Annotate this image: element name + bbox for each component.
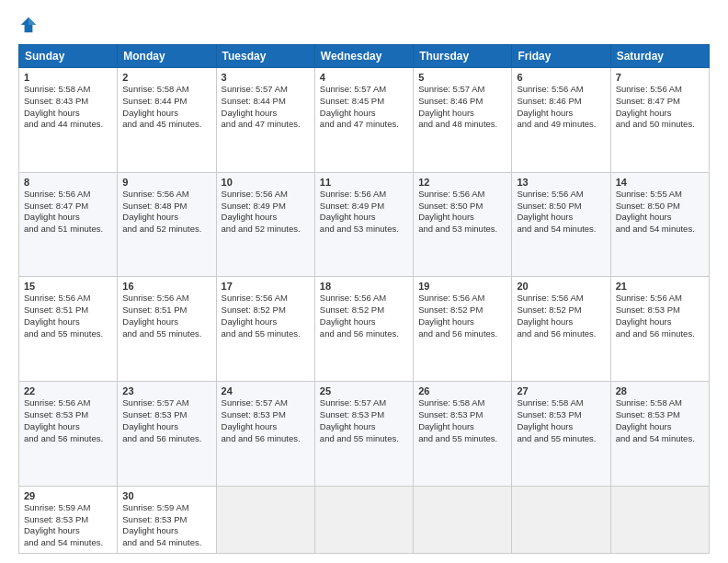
header (18, 15, 710, 35)
day-number: 4 (320, 72, 408, 83)
day-number: 20 (517, 281, 605, 292)
day-number: 16 (122, 281, 210, 292)
day-number: 14 (616, 177, 704, 188)
calendar-cell: 22Sunrise: 5:56 AMSunset: 8:53 PMDayligh… (19, 382, 118, 487)
calendar-cell: 15Sunrise: 5:56 AMSunset: 8:51 PMDayligh… (19, 277, 118, 382)
day-info: Sunrise: 5:59 AMSunset: 8:53 PMDaylight … (24, 502, 112, 549)
calendar-cell: 20Sunrise: 5:56 AMSunset: 8:52 PMDayligh… (512, 277, 610, 382)
day-number: 9 (122, 177, 210, 188)
logo-icon (18, 15, 39, 35)
day-number: 1 (24, 72, 112, 83)
calendar-week-3: 15Sunrise: 5:56 AMSunset: 8:51 PMDayligh… (19, 277, 710, 382)
calendar-cell: 3Sunrise: 5:57 AMSunset: 8:44 PMDaylight… (216, 68, 314, 173)
day-info: Sunrise: 5:56 AMSunset: 8:47 PMDaylight … (24, 189, 112, 236)
calendar-cell (216, 486, 314, 553)
calendar-cell: 23Sunrise: 5:57 AMSunset: 8:53 PMDayligh… (118, 382, 216, 487)
day-number: 22 (24, 385, 112, 396)
calendar-cell: 27Sunrise: 5:58 AMSunset: 8:53 PMDayligh… (512, 382, 610, 487)
day-number: 13 (517, 177, 605, 188)
calendar-cell: 12Sunrise: 5:56 AMSunset: 8:50 PMDayligh… (414, 172, 512, 277)
day-info: Sunrise: 5:56 AMSunset: 8:49 PMDaylight … (320, 189, 408, 236)
calendar-cell: 30Sunrise: 5:59 AMSunset: 8:53 PMDayligh… (118, 486, 216, 553)
day-number: 19 (418, 281, 506, 292)
calendar-cell: 18Sunrise: 5:56 AMSunset: 8:52 PMDayligh… (314, 277, 413, 382)
calendar-cell: 2Sunrise: 5:58 AMSunset: 8:44 PMDaylight… (118, 68, 216, 173)
day-info: Sunrise: 5:56 AMSunset: 8:51 PMDaylight … (122, 293, 210, 339)
day-info: Sunrise: 5:58 AMSunset: 8:53 PMDaylight … (517, 397, 605, 444)
day-info: Sunrise: 5:56 AMSunset: 8:48 PMDaylight … (122, 189, 210, 236)
day-info: Sunrise: 5:57 AMSunset: 8:44 PMDaylight … (222, 84, 310, 131)
day-number: 6 (517, 72, 605, 83)
calendar-cell: 13Sunrise: 5:56 AMSunset: 8:50 PMDayligh… (512, 172, 610, 277)
calendar-cell: 21Sunrise: 5:56 AMSunset: 8:53 PMDayligh… (610, 277, 709, 382)
col-header-sunday: Sunday (19, 45, 118, 68)
calendar-cell: 10Sunrise: 5:56 AMSunset: 8:49 PMDayligh… (216, 172, 314, 277)
col-header-monday: Monday (118, 45, 216, 68)
calendar-header-row: SundayMondayTuesdayWednesdayThursdayFrid… (19, 45, 710, 68)
day-info: Sunrise: 5:57 AMSunset: 8:53 PMDaylight … (222, 397, 310, 444)
day-number: 24 (222, 385, 310, 396)
day-info: Sunrise: 5:58 AMSunset: 8:43 PMDaylight … (24, 84, 112, 131)
calendar-week-5: 29Sunrise: 5:59 AMSunset: 8:53 PMDayligh… (19, 486, 710, 553)
calendar-week-1: 1Sunrise: 5:58 AMSunset: 8:43 PMDaylight… (19, 68, 710, 173)
day-number: 5 (418, 72, 506, 83)
calendar-cell: 5Sunrise: 5:57 AMSunset: 8:46 PMDaylight… (414, 68, 512, 173)
day-number: 18 (320, 281, 408, 292)
day-number: 12 (418, 177, 506, 188)
day-info: Sunrise: 5:56 AMSunset: 8:50 PMDaylight … (418, 189, 506, 236)
day-info: Sunrise: 5:56 AMSunset: 8:50 PMDaylight … (517, 189, 605, 236)
calendar-cell (314, 486, 413, 553)
day-number: 3 (222, 72, 310, 83)
calendar-cell: 19Sunrise: 5:56 AMSunset: 8:52 PMDayligh… (414, 277, 512, 382)
col-header-saturday: Saturday (610, 45, 709, 68)
day-number: 11 (320, 177, 408, 188)
day-number: 30 (122, 490, 210, 501)
day-number: 21 (616, 281, 704, 292)
day-info: Sunrise: 5:57 AMSunset: 8:46 PMDaylight … (418, 84, 506, 131)
day-info: Sunrise: 5:56 AMSunset: 8:47 PMDaylight … (616, 84, 704, 131)
day-info: Sunrise: 5:56 AMSunset: 8:52 PMDaylight … (222, 293, 310, 339)
calendar-cell: 14Sunrise: 5:55 AMSunset: 8:50 PMDayligh… (610, 172, 709, 277)
day-number: 2 (122, 72, 210, 83)
day-number: 7 (616, 72, 704, 83)
col-header-thursday: Thursday (414, 45, 512, 68)
col-header-wednesday: Wednesday (314, 45, 413, 68)
calendar-cell (414, 486, 512, 553)
calendar-cell: 9Sunrise: 5:56 AMSunset: 8:48 PMDaylight… (118, 172, 216, 277)
calendar-table: SundayMondayTuesdayWednesdayThursdayFrid… (18, 44, 710, 554)
calendar-cell: 8Sunrise: 5:56 AMSunset: 8:47 PMDaylight… (19, 172, 118, 277)
day-number: 25 (320, 385, 408, 396)
col-header-friday: Friday (512, 45, 610, 68)
calendar-cell (512, 486, 610, 553)
svg-marker-1 (28, 17, 36, 25)
calendar-cell: 11Sunrise: 5:56 AMSunset: 8:49 PMDayligh… (314, 172, 413, 277)
page: SundayMondayTuesdayWednesdayThursdayFrid… (0, 0, 728, 563)
day-number: 28 (616, 385, 704, 396)
day-number: 29 (24, 490, 112, 501)
logo (18, 15, 42, 35)
day-number: 15 (24, 281, 112, 292)
day-info: Sunrise: 5:56 AMSunset: 8:52 PMDaylight … (320, 293, 408, 339)
calendar-cell: 24Sunrise: 5:57 AMSunset: 8:53 PMDayligh… (216, 382, 314, 487)
calendar-cell: 26Sunrise: 5:58 AMSunset: 8:53 PMDayligh… (414, 382, 512, 487)
day-info: Sunrise: 5:56 AMSunset: 8:51 PMDaylight … (24, 293, 112, 339)
calendar-cell: 4Sunrise: 5:57 AMSunset: 8:45 PMDaylight… (314, 68, 413, 173)
calendar-cell: 16Sunrise: 5:56 AMSunset: 8:51 PMDayligh… (118, 277, 216, 382)
day-info: Sunrise: 5:56 AMSunset: 8:52 PMDaylight … (517, 293, 605, 339)
day-info: Sunrise: 5:57 AMSunset: 8:45 PMDaylight … (320, 84, 408, 131)
day-number: 10 (222, 177, 310, 188)
day-info: Sunrise: 5:56 AMSunset: 8:49 PMDaylight … (222, 189, 310, 236)
calendar-week-4: 22Sunrise: 5:56 AMSunset: 8:53 PMDayligh… (19, 382, 710, 487)
calendar-cell: 7Sunrise: 5:56 AMSunset: 8:47 PMDaylight… (610, 68, 709, 173)
day-info: Sunrise: 5:56 AMSunset: 8:46 PMDaylight … (517, 84, 605, 131)
day-number: 8 (24, 177, 112, 188)
day-info: Sunrise: 5:55 AMSunset: 8:50 PMDaylight … (616, 189, 704, 236)
day-number: 23 (122, 385, 210, 396)
calendar-cell: 25Sunrise: 5:57 AMSunset: 8:53 PMDayligh… (314, 382, 413, 487)
calendar-cell (610, 486, 709, 553)
day-info: Sunrise: 5:58 AMSunset: 8:53 PMDaylight … (418, 397, 506, 444)
day-info: Sunrise: 5:56 AMSunset: 8:53 PMDaylight … (616, 293, 704, 339)
col-header-tuesday: Tuesday (216, 45, 314, 68)
day-info: Sunrise: 5:56 AMSunset: 8:52 PMDaylight … (418, 293, 506, 339)
calendar-cell: 29Sunrise: 5:59 AMSunset: 8:53 PMDayligh… (19, 486, 118, 553)
